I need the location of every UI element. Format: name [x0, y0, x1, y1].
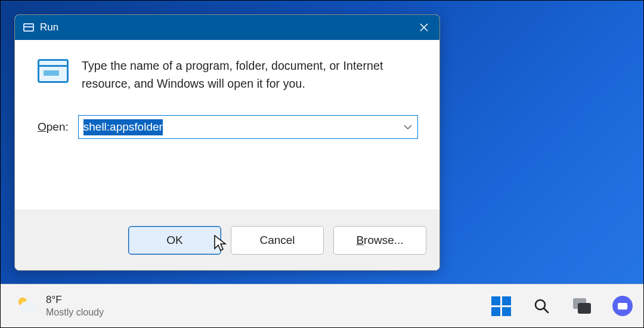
ok-button[interactable]: OK	[128, 226, 221, 255]
task-view-icon	[573, 298, 591, 314]
close-icon	[419, 23, 429, 32]
weather-widget[interactable]: 8°F Mostly cloudy	[18, 293, 104, 318]
chat-icon	[612, 296, 633, 316]
weather-cloudy-icon	[18, 298, 38, 314]
svg-line-1	[544, 308, 548, 312]
dialog-footer: OK Cancel Browse...	[15, 210, 439, 270]
dialog-title: Run	[40, 21, 408, 33]
weather-condition: Mostly cloudy	[46, 307, 104, 318]
weather-temperature: 8°F	[46, 293, 104, 306]
dialog-body: Type the name of a program, folder, docu…	[15, 40, 439, 210]
open-input[interactable]	[78, 115, 418, 139]
windows-logo-icon	[491, 296, 511, 316]
start-button[interactable]	[491, 296, 511, 316]
cancel-button[interactable]: Cancel	[231, 226, 324, 255]
taskbar: 8°F Mostly cloudy	[1, 284, 643, 327]
chat-button[interactable]	[612, 296, 633, 316]
search-button[interactable]	[531, 296, 552, 316]
run-dialog-icon	[38, 59, 69, 83]
titlebar[interactable]: Run	[15, 15, 439, 40]
close-button[interactable]	[408, 15, 439, 40]
run-dialog: Run Type the name of a program, folder, …	[14, 14, 440, 271]
run-title-icon	[23, 23, 34, 32]
task-view-button[interactable]	[572, 296, 592, 316]
dialog-description: Type the name of a program, folder, docu…	[82, 57, 423, 92]
search-icon	[533, 298, 550, 314]
browse-button[interactable]: Browse...	[333, 226, 426, 255]
open-label: Open:	[38, 120, 69, 134]
open-combobox[interactable]: shell:appsfolder	[78, 115, 418, 139]
